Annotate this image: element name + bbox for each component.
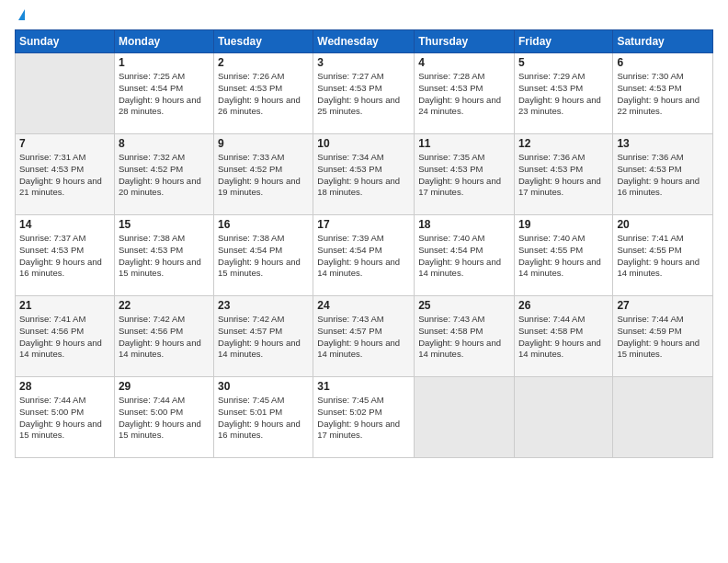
day-number: 5 — [518, 56, 609, 69]
calendar-cell: 31Sunrise: 7:45 AM Sunset: 5:02 PM Dayli… — [313, 377, 415, 458]
calendar-cell: 12Sunrise: 7:36 AM Sunset: 4:53 PM Dayli… — [514, 134, 612, 215]
day-number: 2 — [218, 56, 309, 69]
day-info: Sunrise: 7:29 AM Sunset: 4:53 PM Dayligh… — [518, 71, 609, 118]
calendar-cell: 24Sunrise: 7:43 AM Sunset: 4:57 PM Dayli… — [313, 296, 415, 377]
day-info: Sunrise: 7:32 AM Sunset: 4:52 PM Dayligh… — [119, 152, 210, 199]
week-row-1: 7Sunrise: 7:31 AM Sunset: 4:53 PM Daylig… — [16, 134, 713, 215]
day-header-tuesday: Tuesday — [214, 30, 313, 53]
week-row-4: 28Sunrise: 7:44 AM Sunset: 5:00 PM Dayli… — [16, 377, 713, 458]
day-number: 29 — [119, 380, 210, 393]
day-info: Sunrise: 7:45 AM Sunset: 5:01 PM Dayligh… — [218, 395, 309, 442]
calendar-cell: 8Sunrise: 7:32 AM Sunset: 4:52 PM Daylig… — [114, 134, 213, 215]
day-info: Sunrise: 7:41 AM Sunset: 4:56 PM Dayligh… — [19, 314, 110, 361]
calendar-cell — [16, 53, 115, 134]
calendar-cell: 18Sunrise: 7:40 AM Sunset: 4:54 PM Dayli… — [415, 215, 515, 296]
day-info: Sunrise: 7:40 AM Sunset: 4:54 PM Dayligh… — [418, 233, 510, 280]
day-number: 15 — [119, 218, 210, 231]
day-number: 4 — [418, 56, 510, 69]
calendar-cell: 9Sunrise: 7:33 AM Sunset: 4:52 PM Daylig… — [214, 134, 313, 215]
calendar-cell: 25Sunrise: 7:43 AM Sunset: 4:58 PM Dayli… — [415, 296, 515, 377]
day-info: Sunrise: 7:43 AM Sunset: 4:57 PM Dayligh… — [317, 314, 410, 361]
day-info: Sunrise: 7:39 AM Sunset: 4:54 PM Dayligh… — [317, 233, 410, 280]
calendar-cell — [514, 377, 612, 458]
day-info: Sunrise: 7:27 AM Sunset: 4:53 PM Dayligh… — [317, 71, 410, 118]
day-info: Sunrise: 7:40 AM Sunset: 4:55 PM Dayligh… — [518, 233, 609, 280]
day-info: Sunrise: 7:36 AM Sunset: 4:53 PM Dayligh… — [617, 152, 709, 199]
day-header-sunday: Sunday — [16, 30, 115, 53]
day-header-friday: Friday — [514, 30, 612, 53]
day-info: Sunrise: 7:34 AM Sunset: 4:53 PM Dayligh… — [317, 152, 410, 199]
day-info: Sunrise: 7:37 AM Sunset: 4:53 PM Dayligh… — [19, 233, 110, 280]
header — [15, 11, 713, 22]
calendar-cell: 2Sunrise: 7:26 AM Sunset: 4:53 PM Daylig… — [214, 53, 313, 134]
day-number: 24 — [317, 299, 410, 312]
calendar-table: SundayMondayTuesdayWednesdayThursdayFrid… — [15, 29, 713, 458]
day-number: 22 — [119, 299, 210, 312]
day-number: 17 — [317, 218, 410, 231]
week-row-0: 1Sunrise: 7:25 AM Sunset: 4:54 PM Daylig… — [16, 53, 713, 134]
day-info: Sunrise: 7:30 AM Sunset: 4:53 PM Dayligh… — [617, 71, 709, 118]
calendar-cell: 13Sunrise: 7:36 AM Sunset: 4:53 PM Dayli… — [613, 134, 713, 215]
day-number: 27 — [617, 299, 709, 312]
week-row-2: 14Sunrise: 7:37 AM Sunset: 4:53 PM Dayli… — [16, 215, 713, 296]
day-info: Sunrise: 7:44 AM Sunset: 4:58 PM Dayligh… — [518, 314, 609, 361]
day-number: 18 — [418, 218, 510, 231]
calendar-cell: 6Sunrise: 7:30 AM Sunset: 4:53 PM Daylig… — [613, 53, 713, 134]
calendar-cell: 20Sunrise: 7:41 AM Sunset: 4:55 PM Dayli… — [613, 215, 713, 296]
day-number: 6 — [617, 56, 709, 69]
day-info: Sunrise: 7:38 AM Sunset: 4:53 PM Dayligh… — [119, 233, 210, 280]
calendar-cell: 19Sunrise: 7:40 AM Sunset: 4:55 PM Dayli… — [514, 215, 612, 296]
calendar-cell: 30Sunrise: 7:45 AM Sunset: 5:01 PM Dayli… — [214, 377, 313, 458]
calendar-cell: 7Sunrise: 7:31 AM Sunset: 4:53 PM Daylig… — [16, 134, 115, 215]
day-number: 26 — [518, 299, 609, 312]
day-info: Sunrise: 7:26 AM Sunset: 4:53 PM Dayligh… — [218, 71, 309, 118]
calendar-cell: 16Sunrise: 7:38 AM Sunset: 4:54 PM Dayli… — [214, 215, 313, 296]
day-number: 11 — [418, 137, 510, 150]
day-header-wednesday: Wednesday — [313, 30, 415, 53]
day-number: 21 — [19, 299, 110, 312]
day-info: Sunrise: 7:33 AM Sunset: 4:52 PM Dayligh… — [218, 152, 309, 199]
day-number: 3 — [317, 56, 410, 69]
day-number: 13 — [617, 137, 709, 150]
calendar-cell: 5Sunrise: 7:29 AM Sunset: 4:53 PM Daylig… — [514, 53, 612, 134]
day-number: 16 — [218, 218, 309, 231]
calendar-header-row: SundayMondayTuesdayWednesdayThursdayFrid… — [16, 30, 713, 53]
logo-triangle-icon — [18, 9, 25, 20]
day-number: 10 — [317, 137, 410, 150]
week-row-3: 21Sunrise: 7:41 AM Sunset: 4:56 PM Dayli… — [16, 296, 713, 377]
calendar-cell: 26Sunrise: 7:44 AM Sunset: 4:58 PM Dayli… — [514, 296, 612, 377]
day-number: 25 — [418, 299, 510, 312]
calendar-cell: 1Sunrise: 7:25 AM Sunset: 4:54 PM Daylig… — [114, 53, 213, 134]
page: SundayMondayTuesdayWednesdayThursdayFrid… — [0, 0, 728, 563]
day-info: Sunrise: 7:38 AM Sunset: 4:54 PM Dayligh… — [218, 233, 309, 280]
calendar-cell: 27Sunrise: 7:44 AM Sunset: 4:59 PM Dayli… — [613, 296, 713, 377]
calendar-cell: 21Sunrise: 7:41 AM Sunset: 4:56 PM Dayli… — [16, 296, 115, 377]
calendar-cell: 23Sunrise: 7:42 AM Sunset: 4:57 PM Dayli… — [214, 296, 313, 377]
day-number: 8 — [119, 137, 210, 150]
calendar-cell: 4Sunrise: 7:28 AM Sunset: 4:53 PM Daylig… — [415, 53, 515, 134]
calendar-cell: 15Sunrise: 7:38 AM Sunset: 4:53 PM Dayli… — [114, 215, 213, 296]
day-info: Sunrise: 7:31 AM Sunset: 4:53 PM Dayligh… — [19, 152, 110, 199]
day-info: Sunrise: 7:25 AM Sunset: 4:54 PM Dayligh… — [119, 71, 210, 118]
calendar-cell: 29Sunrise: 7:44 AM Sunset: 5:00 PM Dayli… — [114, 377, 213, 458]
day-number: 31 — [317, 380, 410, 393]
day-number: 23 — [218, 299, 309, 312]
day-info: Sunrise: 7:45 AM Sunset: 5:02 PM Dayligh… — [317, 395, 410, 442]
day-info: Sunrise: 7:41 AM Sunset: 4:55 PM Dayligh… — [617, 233, 709, 280]
day-number: 12 — [518, 137, 609, 150]
day-info: Sunrise: 7:42 AM Sunset: 4:56 PM Dayligh… — [119, 314, 210, 361]
day-number: 14 — [19, 218, 110, 231]
day-info: Sunrise: 7:44 AM Sunset: 4:59 PM Dayligh… — [617, 314, 709, 361]
day-info: Sunrise: 7:44 AM Sunset: 5:00 PM Dayligh… — [19, 395, 110, 442]
day-number: 28 — [19, 380, 110, 393]
calendar-cell: 14Sunrise: 7:37 AM Sunset: 4:53 PM Dayli… — [16, 215, 115, 296]
day-info: Sunrise: 7:44 AM Sunset: 5:00 PM Dayligh… — [119, 395, 210, 442]
calendar-cell: 17Sunrise: 7:39 AM Sunset: 4:54 PM Dayli… — [313, 215, 415, 296]
day-header-thursday: Thursday — [415, 30, 515, 53]
day-info: Sunrise: 7:36 AM Sunset: 4:53 PM Dayligh… — [518, 152, 609, 199]
day-info: Sunrise: 7:43 AM Sunset: 4:58 PM Dayligh… — [418, 314, 510, 361]
logo — [15, 11, 25, 22]
day-info: Sunrise: 7:35 AM Sunset: 4:53 PM Dayligh… — [418, 152, 510, 199]
day-number: 1 — [119, 56, 210, 69]
day-number: 30 — [218, 380, 309, 393]
